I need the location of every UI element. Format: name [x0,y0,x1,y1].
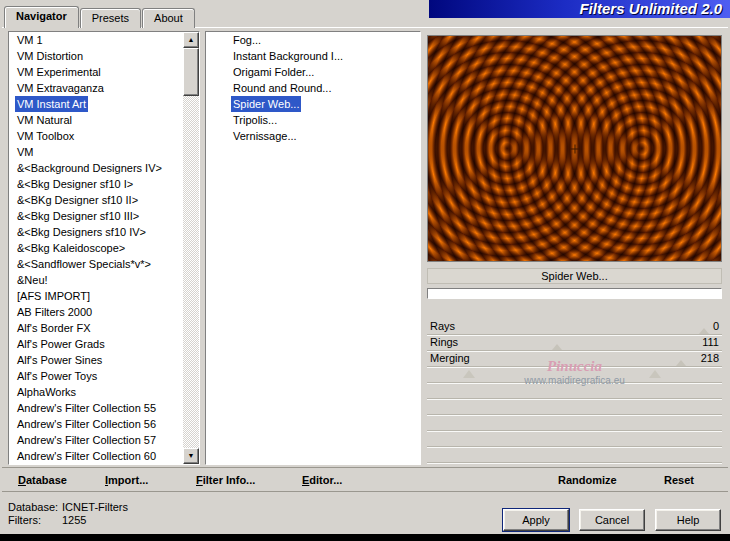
category-list-item[interactable]: Andrew's Filter Collection 60 [9,448,183,464]
apply-button[interactable]: Apply [503,509,569,531]
filter-list-item[interactable]: Fog... [206,32,420,48]
editor-button[interactable]: Editor... [302,468,342,492]
selected-filter-name: Spider Web... [427,268,722,284]
preview-crosshair-icon [570,144,579,153]
filter-list-item[interactable]: Spider Web... [206,96,420,112]
category-list-item[interactable]: [AFS IMPORT] [9,288,183,304]
slider-thumb-icon[interactable] [699,328,709,334]
filter-list-item-label: Vernissage... [231,128,299,144]
category-list-item-label: VM Extravaganza [15,80,106,96]
preview-image[interactable] [427,35,722,262]
category-list-item[interactable]: Alf's Border FX [9,320,183,336]
filter-info-key: F [196,474,203,486]
param-slider-rings[interactable]: Rings 111 [427,335,722,351]
param-row-empty [427,399,722,415]
category-scrollbar[interactable]: ▲ ▼ [183,32,199,464]
category-list-item-label: Andrew's Filter Collection 57 [15,432,158,448]
database-key: D [18,474,26,486]
filter-list-item-label: Instant Background I... [231,48,345,64]
category-list-item[interactable]: &<Background Designers IV> [9,160,183,176]
category-list-item[interactable]: &<Sandflower Specials*v*> [9,256,183,272]
filter-list-item-label: Tripolis... [231,112,279,128]
param-label: Rings [430,335,458,350]
category-list-item-label: Alf's Border FX [15,320,93,336]
reset-button[interactable]: Reset [664,468,694,492]
help-button[interactable]: Help [655,509,721,531]
param-row-empty [427,415,722,431]
category-list-item-label: VM Instant Art [15,96,88,112]
filter-list-item[interactable]: Vernissage... [206,128,420,144]
category-list-item[interactable]: VM [9,144,183,160]
category-list-item[interactable]: Alf's Power Grads [9,336,183,352]
category-list-item[interactable]: Alf's Power Toys [9,368,183,384]
category-list-item-label: [AFS IMPORT] [15,288,92,304]
category-list-item[interactable]: VM Toolbox [9,128,183,144]
category-list-item-label: VM [15,144,36,160]
category-list-item[interactable]: VM Experimental [9,64,183,80]
filter-list-item[interactable]: Round and Round... [206,80,420,96]
param-slider-merging[interactable]: Merging 218 [427,351,722,367]
category-list-item[interactable]: VM 1 [9,32,183,48]
randomize-rest: Randomize [558,474,617,486]
parameter-panel: Rays 0 Rings 111 Merging 218 [427,319,722,463]
category-list-item-label: Andrew's Filter Collection 55 [15,400,158,416]
category-list-item[interactable]: Andrew's Filter Collection 56 [9,416,183,432]
cancel-button[interactable]: Cancel [579,509,645,531]
category-list-item[interactable]: Andrew's Filter Collection 57 [9,432,183,448]
randomize-button[interactable]: Randomize [558,468,617,492]
import-button[interactable]: Import... [105,468,148,492]
category-list-item[interactable]: &<Bkg Designer sf10 III> [9,208,183,224]
scrollbar-thumb[interactable] [183,48,199,96]
filter-list-item[interactable]: Instant Background I... [206,48,420,64]
category-list-item[interactable]: AlphaWorks [9,384,183,400]
filter-list-item[interactable]: Tripolis... [206,112,420,128]
category-list-item-label: &<Bkg Designer sf10 I> [15,176,135,192]
filter-info-rest: ilter Info... [203,474,256,486]
param-value: 218 [701,351,719,366]
category-list-item-label: VM Toolbox [15,128,76,144]
scroll-down-icon[interactable]: ▼ [183,448,199,464]
category-list-item[interactable]: VM Natural [9,112,183,128]
filter-list-item-label: Fog... [231,32,263,48]
param-value: 0 [713,319,719,334]
filter-info-button[interactable]: Filter Info... [196,468,255,492]
category-list-item[interactable]: VM Instant Art [9,96,183,112]
filter-list-item[interactable]: Origami Folder... [206,64,420,80]
category-list-item[interactable]: Andrew's Filter Collection 55 [9,400,183,416]
param-row-empty [427,431,722,447]
slider-thumb-icon[interactable] [552,344,562,350]
database-button[interactable]: Database [18,468,67,492]
category-list-item-label: &<Sandflower Specials*v*> [15,256,153,272]
tab-navigator[interactable]: Navigator [4,6,79,28]
category-list-item[interactable]: VM Distortion [9,48,183,64]
slider-thumb-icon[interactable] [676,360,686,366]
category-list-item[interactable]: &Neu! [9,272,183,288]
status-area: Database:ICNET-Filters Filters:1255 [8,501,128,527]
param-row-empty [427,383,722,399]
category-list-item-label: VM Natural [15,112,74,128]
tab-about[interactable]: About [142,8,195,28]
category-list-item-label: AlphaWorks [15,384,78,400]
category-list-item[interactable]: &<Bkg Designer sf10 I> [9,176,183,192]
category-list-item-label: Andrew's Filter Collection 56 [15,416,158,432]
scroll-up-icon[interactable]: ▲ [183,32,199,48]
category-list-item[interactable]: AB Filters 2000 [9,304,183,320]
param-slider-rays[interactable]: Rays 0 [427,319,722,335]
reset-rest: Reset [664,474,694,486]
category-list-item-label: Alf's Power Sines [15,352,104,368]
category-list-item[interactable]: &<BKg Designer sf10 II> [9,192,183,208]
filter-list-item-label: Origami Folder... [231,64,316,80]
param-value: 111 [702,335,719,350]
category-list-item-label: Alf's Power Toys [15,368,99,384]
category-list-item-label: Alf's Power Grads [15,336,107,352]
toolbar: Database Import... Filter Info... Editor… [2,467,728,492]
category-list-item[interactable]: &<Bkg Kaleidoscope> [9,240,183,256]
category-list-item-label: AB Filters 2000 [15,304,94,320]
category-list-item[interactable]: &<Bkg Designers sf10 IV> [9,224,183,240]
import-rest: mport... [108,474,148,486]
category-list-item[interactable]: Alf's Power Sines [9,352,183,368]
category-list-item-label: &<Bkg Designer sf10 III> [15,208,141,224]
param-label: Merging [430,351,470,366]
tab-presets[interactable]: Presets [80,8,141,28]
category-list-item[interactable]: VM Extravaganza [9,80,183,96]
